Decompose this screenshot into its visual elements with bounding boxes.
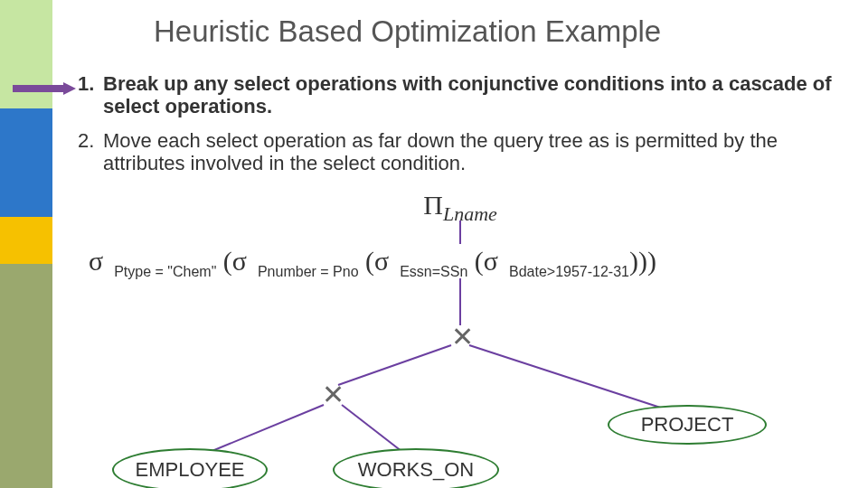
- sidebar-block-yellow: [0, 217, 52, 264]
- leaf-project: PROJECT: [608, 405, 767, 445]
- paren-open-1: (: [223, 246, 232, 276]
- sigma-4: σ: [484, 246, 498, 276]
- sigma-3: σ: [374, 246, 389, 276]
- decorative-sidebar: [0, 0, 52, 488]
- cond-2: Pnumber = Pno: [253, 264, 358, 279]
- step-2: 2. Move each select operation as far dow…: [78, 129, 846, 175]
- step-number: 2.: [78, 129, 103, 175]
- leaf-project-label: PROJECT: [641, 413, 734, 436]
- leaf-employee: EMPLOYEE: [112, 448, 268, 488]
- step-1: 1. Break up any select operations with c…: [78, 72, 846, 118]
- step-number: 1.: [78, 72, 103, 118]
- sidebar-block-olive: [0, 264, 52, 488]
- svg-line-3: [469, 345, 685, 416]
- slide-title: Heuristic Based Optimization Example: [154, 14, 661, 49]
- cond-1: Ptype = "Chem": [110, 264, 217, 279]
- cond-4: Bdate>1957-12-31: [505, 264, 629, 279]
- cond-3: Essn=SSn: [396, 264, 468, 279]
- current-step-arrow-icon: [13, 82, 76, 95]
- sidebar-block-blue: [0, 108, 52, 217]
- projection-attr: Lname: [443, 202, 497, 225]
- projection-op: Π: [423, 190, 443, 220]
- paren-close: ))): [629, 246, 656, 276]
- cartesian-product-1: ✕: [451, 324, 474, 351]
- step-text: Break up any select operations with conj…: [103, 72, 846, 118]
- selection-cascade: σ Ptype = "Chem" (σ Pnumber = Pno (σ Ess…: [89, 246, 848, 280]
- steps-list: 1. Break up any select operations with c…: [78, 72, 846, 185]
- leaf-works-on-label: WORKS_ON: [358, 458, 474, 482]
- sigma-2: σ: [232, 246, 247, 276]
- sigma-1: σ: [89, 246, 103, 276]
- svg-line-2: [338, 345, 451, 385]
- projection-node: ΠLname: [423, 190, 497, 226]
- leaf-employee-label: EMPLOYEE: [135, 458, 244, 482]
- paren-open-2: (: [365, 246, 374, 276]
- cartesian-product-2: ✕: [322, 381, 344, 408]
- paren-open-3: (: [475, 246, 484, 276]
- leaf-works-on: WORKS_ON: [333, 448, 499, 488]
- query-tree-stage: ΠLname σ Ptype = "Chem" (σ Pnumber = Pno…: [52, 190, 868, 488]
- step-text: Move each select operation as far down t…: [103, 129, 846, 175]
